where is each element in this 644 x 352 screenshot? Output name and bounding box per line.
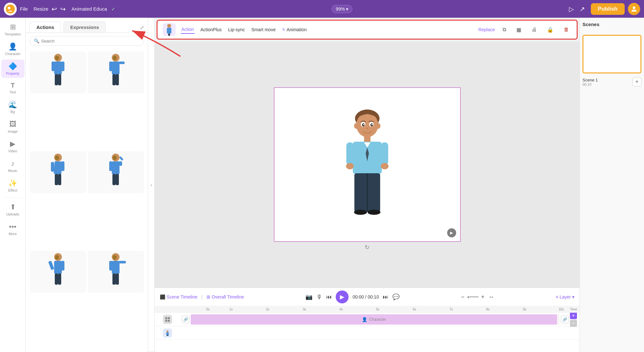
overall-timeline-btn[interactable]: ⊞ Overall Timeline bbox=[207, 294, 244, 300]
sidebar-item-image[interactable]: 🖼 Image bbox=[1, 118, 24, 136]
undo-btn[interactable]: ↩ bbox=[52, 5, 57, 13]
scene-1-label: Scene 1 bbox=[582, 78, 598, 82]
resize-menu[interactable]: Resize bbox=[34, 6, 48, 12]
svg-point-0 bbox=[6, 5, 15, 14]
sidebar-item-bg[interactable]: 🌊 Bg bbox=[1, 98, 24, 116]
delete-icon[interactable]: 🗑 bbox=[561, 25, 572, 34]
toolbar-tab-smartmove[interactable]: Smart move bbox=[251, 26, 276, 33]
zoom-button[interactable]: 99% ▾ bbox=[332, 5, 352, 13]
share-btn[interactable]: ↗ bbox=[580, 5, 585, 13]
sidebar-item-music[interactable]: ♪ Music bbox=[1, 157, 24, 175]
canvas-play-button[interactable]: ▶ bbox=[447, 228, 456, 237]
print-icon[interactable]: 🖨 bbox=[529, 25, 539, 34]
char-mini-track-row bbox=[155, 326, 580, 340]
svg-rect-69 bbox=[165, 317, 167, 319]
mini-char-icon[interactable] bbox=[163, 328, 172, 338]
action-card-6[interactable] bbox=[88, 251, 144, 293]
track-sub-button[interactable]: − bbox=[570, 320, 577, 327]
canvas-frame: ▶ ↻ bbox=[274, 87, 461, 242]
svg-rect-11 bbox=[112, 62, 120, 74]
canvas-rotate-button[interactable]: ↻ bbox=[365, 244, 370, 251]
user-avatar[interactable] bbox=[628, 3, 640, 15]
replace-button[interactable]: Replace bbox=[478, 27, 495, 32]
prev-frame-btn[interactable]: ⏮ bbox=[326, 294, 332, 300]
captions-icon[interactable]: 💬 bbox=[392, 293, 399, 300]
track-link-right[interactable]: 🔗 bbox=[561, 316, 569, 323]
tab-actions[interactable]: Actions bbox=[30, 22, 61, 33]
action-card-5[interactable] bbox=[30, 251, 86, 293]
track-add-btns: + − bbox=[570, 313, 577, 327]
ruler-mark-6s: 6s bbox=[396, 308, 433, 311]
tab-expressions[interactable]: Expressions bbox=[63, 22, 106, 33]
toolbar-tab-lipsync[interactable]: Lip-sync bbox=[227, 26, 245, 33]
collapse-panel-button[interactable]: ‹ bbox=[148, 18, 155, 352]
expand-timeline-icon[interactable]: ↔ bbox=[488, 294, 494, 300]
bg-icon: 🌊 bbox=[8, 100, 17, 109]
sidebar-item-property[interactable]: 🔷 Property bbox=[1, 60, 24, 78]
sidebar-item-text[interactable]: T Text bbox=[1, 79, 24, 97]
sidebar-item-uploads[interactable]: ⬆ Uploads bbox=[1, 200, 24, 219]
zoom-plus[interactable]: + bbox=[481, 294, 485, 300]
redo-btn[interactable]: ↪ bbox=[60, 5, 66, 13]
actions-search: 🔍 bbox=[26, 33, 148, 49]
topbar: File Resize ↩ ↪ Animated Educa ✓ 99% ▾ ▷… bbox=[0, 0, 644, 18]
timeline-controls: ⬛ Scene Timeline | ⊞ Overall Timeline 📷 … bbox=[155, 288, 580, 306]
file-menu[interactable]: File bbox=[20, 6, 28, 12]
expand-icon[interactable]: ⤢ bbox=[140, 24, 144, 31]
scenes-title: Scenes bbox=[582, 22, 600, 27]
add-scene-button[interactable]: + bbox=[632, 77, 641, 86]
publish-button[interactable]: Publish bbox=[591, 3, 625, 15]
sidebar-item-character[interactable]: 👤 Character bbox=[1, 40, 24, 58]
track-link-left[interactable]: 🔗 bbox=[182, 316, 189, 323]
svg-point-9 bbox=[55, 56, 59, 60]
layer-button[interactable]: ≡ Layer ▾ bbox=[556, 294, 574, 300]
svg-rect-75 bbox=[167, 335, 168, 336]
grid-icon[interactable]: ▦ bbox=[514, 25, 524, 34]
toolbar-tab-animation[interactable]: ↻ Animation bbox=[282, 26, 307, 33]
next-frame-btn[interactable]: ⏭ bbox=[383, 294, 389, 300]
action-card-3[interactable] bbox=[30, 151, 86, 193]
track-add-button[interactable]: + bbox=[570, 313, 577, 319]
project-name: Animated Educa bbox=[72, 6, 107, 12]
sidebar-item-more[interactable]: ••• More bbox=[1, 220, 24, 238]
char-thinking bbox=[103, 153, 129, 192]
sidebar-item-templates[interactable]: ⊞ Templates bbox=[1, 20, 24, 39]
character-track-bar[interactable]: 👤 Character bbox=[191, 314, 557, 325]
toolbar-tab-actionplus[interactable]: ActionPlus bbox=[200, 26, 222, 33]
sidebar-item-label: Video bbox=[8, 149, 17, 153]
char-pointing2 bbox=[103, 252, 129, 291]
svg-rect-8 bbox=[58, 74, 61, 85]
zoom-minus[interactable]: − bbox=[461, 294, 465, 300]
svg-rect-6 bbox=[61, 62, 64, 71]
svg-rect-37 bbox=[58, 273, 61, 285]
play-button[interactable]: ▶ bbox=[336, 290, 349, 303]
ruler-mark-9s: 9s bbox=[506, 308, 543, 311]
action-card-4[interactable] bbox=[88, 151, 144, 193]
sidebar-item-effect[interactable]: ✨ Effect bbox=[1, 176, 24, 195]
svg-point-23 bbox=[55, 156, 59, 160]
svg-rect-33 bbox=[54, 261, 62, 274]
mic-icon[interactable]: 🎙 bbox=[316, 294, 322, 300]
search-input[interactable] bbox=[41, 39, 140, 43]
preview-btn[interactable]: ▷ bbox=[569, 5, 574, 13]
svg-rect-26 bbox=[109, 161, 112, 171]
templates-icon: ⊞ bbox=[10, 23, 16, 31]
character-track-label: Character bbox=[369, 317, 386, 322]
music-icon: ♪ bbox=[11, 159, 14, 168]
scene-timeline-btn[interactable]: ⬛ Scene Timeline bbox=[160, 294, 197, 300]
action-card-2[interactable] bbox=[88, 52, 144, 93]
sidebar-item-video[interactable]: ▶ Video bbox=[1, 137, 24, 156]
lock-icon[interactable]: 🔒 bbox=[544, 25, 556, 34]
scenes-panel: Scenes Scene 1 00:10 + bbox=[580, 18, 644, 352]
action-card-1[interactable] bbox=[30, 52, 86, 93]
svg-point-1 bbox=[8, 7, 10, 9]
camera-icon[interactable]: 📷 bbox=[305, 293, 312, 300]
svg-rect-70 bbox=[168, 317, 170, 319]
char-presenting bbox=[45, 252, 71, 291]
text-icon: T bbox=[11, 82, 14, 89]
svg-rect-25 bbox=[112, 161, 120, 174]
track-settings-icon[interactable] bbox=[163, 315, 172, 324]
toolbar-tab-action[interactable]: Action bbox=[181, 25, 195, 34]
scene-1-thumbnail[interactable] bbox=[582, 35, 641, 73]
split-icon[interactable]: ⧉ bbox=[500, 25, 509, 34]
